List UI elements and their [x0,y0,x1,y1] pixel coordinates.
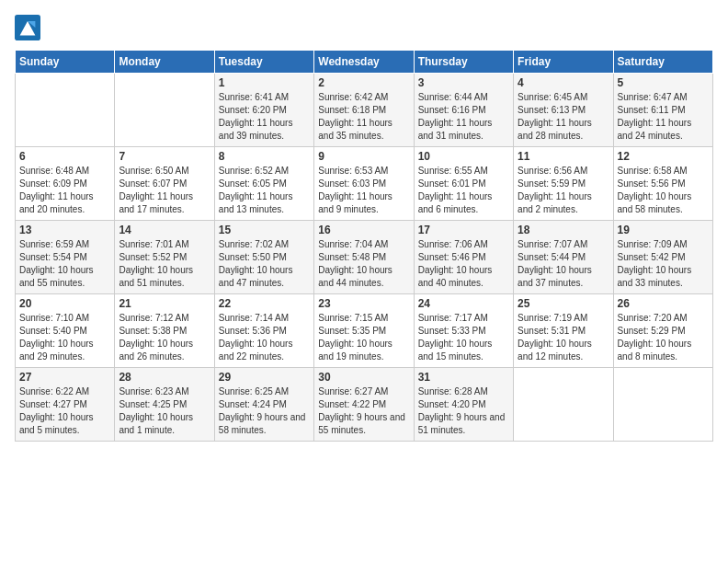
calendar-cell [115,74,214,147]
day-number: 1 [219,76,310,89]
day-info: Sunrise: 6:52 AM Sunset: 6:05 PM Dayligh… [219,165,310,216]
calendar-cell: 28Sunrise: 6:23 AM Sunset: 4:25 PM Dayli… [115,368,214,442]
header-row: SundayMondayTuesdayWednesdayThursdayFrid… [16,51,713,74]
day-number: 22 [219,297,310,310]
calendar-cell: 27Sunrise: 6:22 AM Sunset: 4:27 PM Dayli… [16,368,115,442]
day-info: Sunrise: 6:50 AM Sunset: 6:07 PM Dayligh… [119,165,210,216]
day-number: 27 [19,371,110,384]
day-info: Sunrise: 6:45 AM Sunset: 6:13 PM Dayligh… [518,91,609,143]
day-number: 6 [19,150,110,163]
calendar-cell: 12Sunrise: 6:58 AM Sunset: 5:56 PM Dayli… [613,147,712,221]
day-info: Sunrise: 7:17 AM Sunset: 5:33 PM Dayligh… [418,312,509,363]
day-info: Sunrise: 6:55 AM Sunset: 6:01 PM Dayligh… [418,165,509,216]
calendar-cell: 23Sunrise: 7:15 AM Sunset: 5:35 PM Dayli… [314,294,414,368]
day-number: 31 [418,371,509,384]
day-info: Sunrise: 7:06 AM Sunset: 5:46 PM Dayligh… [418,238,509,290]
week-row-2: 6Sunrise: 6:48 AM Sunset: 6:09 PM Daylig… [16,147,713,221]
day-info: Sunrise: 6:59 AM Sunset: 5:54 PM Dayligh… [19,238,110,290]
calendar-cell: 17Sunrise: 7:06 AM Sunset: 5:46 PM Dayli… [414,221,513,294]
calendar-cell: 5Sunrise: 6:47 AM Sunset: 6:11 PM Daylig… [613,74,712,147]
day-number: 26 [618,297,709,310]
calendar-cell: 20Sunrise: 7:10 AM Sunset: 5:40 PM Dayli… [16,294,115,368]
calendar-cell [514,368,613,442]
calendar-cell: 8Sunrise: 6:52 AM Sunset: 6:05 PM Daylig… [214,147,313,221]
calendar-cell [613,368,712,442]
calendar-cell: 16Sunrise: 7:04 AM Sunset: 5:48 PM Dayli… [314,221,414,294]
day-number: 9 [318,150,409,163]
day-number: 14 [119,224,210,236]
calendar-cell: 29Sunrise: 6:25 AM Sunset: 4:24 PM Dayli… [214,368,313,442]
day-number: 11 [518,150,609,163]
calendar-cell: 9Sunrise: 6:53 AM Sunset: 6:03 PM Daylig… [314,147,414,221]
calendar-cell [16,74,115,147]
calendar-cell: 7Sunrise: 6:50 AM Sunset: 6:07 PM Daylig… [115,147,214,221]
week-row-1: 1Sunrise: 6:41 AM Sunset: 6:20 PM Daylig… [16,74,713,147]
day-info: Sunrise: 7:15 AM Sunset: 5:35 PM Dayligh… [318,312,409,363]
day-info: Sunrise: 7:20 AM Sunset: 5:29 PM Dayligh… [618,312,709,363]
day-number: 2 [318,76,409,89]
calendar-cell: 18Sunrise: 7:07 AM Sunset: 5:44 PM Dayli… [514,221,613,294]
day-number: 15 [219,224,310,236]
day-number: 24 [418,297,509,310]
calendar-cell: 31Sunrise: 6:28 AM Sunset: 4:20 PM Dayli… [414,368,513,442]
calendar-cell: 25Sunrise: 7:19 AM Sunset: 5:31 PM Dayli… [514,294,613,368]
day-number: 5 [618,76,709,89]
day-info: Sunrise: 6:56 AM Sunset: 5:59 PM Dayligh… [518,165,609,216]
day-number: 8 [219,150,310,163]
day-info: Sunrise: 7:19 AM Sunset: 5:31 PM Dayligh… [518,312,609,363]
calendar-cell: 10Sunrise: 6:55 AM Sunset: 6:01 PM Dayli… [414,147,513,221]
header-day-thursday: Thursday [414,51,513,74]
page-header [15,15,713,40]
day-number: 12 [618,150,709,163]
day-info: Sunrise: 7:09 AM Sunset: 5:42 PM Dayligh… [618,238,709,290]
day-number: 16 [318,224,409,236]
day-info: Sunrise: 7:02 AM Sunset: 5:50 PM Dayligh… [219,238,310,290]
week-row-3: 13Sunrise: 6:59 AM Sunset: 5:54 PM Dayli… [16,221,713,294]
calendar-cell: 2Sunrise: 6:42 AM Sunset: 6:18 PM Daylig… [314,74,414,147]
day-info: Sunrise: 6:53 AM Sunset: 6:03 PM Dayligh… [318,165,409,216]
calendar-cell: 4Sunrise: 6:45 AM Sunset: 6:13 PM Daylig… [514,74,613,147]
logo-icon [15,15,40,40]
day-info: Sunrise: 6:28 AM Sunset: 4:20 PM Dayligh… [418,385,509,437]
day-info: Sunrise: 7:12 AM Sunset: 5:38 PM Dayligh… [119,312,210,363]
header-day-tuesday: Tuesday [214,51,313,74]
week-row-5: 27Sunrise: 6:22 AM Sunset: 4:27 PM Dayli… [16,368,713,442]
day-number: 21 [119,297,210,310]
day-info: Sunrise: 7:10 AM Sunset: 5:40 PM Dayligh… [19,312,110,363]
week-row-4: 20Sunrise: 7:10 AM Sunset: 5:40 PM Dayli… [16,294,713,368]
day-info: Sunrise: 6:25 AM Sunset: 4:24 PM Dayligh… [219,385,310,437]
day-info: Sunrise: 6:44 AM Sunset: 6:16 PM Dayligh… [418,91,509,143]
day-info: Sunrise: 6:42 AM Sunset: 6:18 PM Dayligh… [318,91,409,143]
day-info: Sunrise: 7:07 AM Sunset: 5:44 PM Dayligh… [518,238,609,290]
day-number: 20 [19,297,110,310]
day-number: 18 [518,224,609,236]
day-info: Sunrise: 6:41 AM Sunset: 6:20 PM Dayligh… [219,91,310,143]
day-number: 30 [318,371,409,384]
day-number: 13 [19,224,110,236]
header-day-friday: Friday [514,51,613,74]
calendar-cell: 14Sunrise: 7:01 AM Sunset: 5:52 PM Dayli… [115,221,214,294]
calendar-cell: 13Sunrise: 6:59 AM Sunset: 5:54 PM Dayli… [16,221,115,294]
day-number: 17 [418,224,509,236]
day-number: 23 [318,297,409,310]
day-number: 7 [119,150,210,163]
day-number: 4 [518,76,609,89]
calendar-cell: 1Sunrise: 6:41 AM Sunset: 6:20 PM Daylig… [214,74,313,147]
day-info: Sunrise: 6:47 AM Sunset: 6:11 PM Dayligh… [618,91,709,143]
day-info: Sunrise: 6:22 AM Sunset: 4:27 PM Dayligh… [19,385,110,437]
day-info: Sunrise: 6:48 AM Sunset: 6:09 PM Dayligh… [19,165,110,216]
header-day-sunday: Sunday [16,51,115,74]
day-number: 28 [119,371,210,384]
day-info: Sunrise: 6:58 AM Sunset: 5:56 PM Dayligh… [618,165,709,216]
calendar-cell: 26Sunrise: 7:20 AM Sunset: 5:29 PM Dayli… [613,294,712,368]
header-day-monday: Monday [115,51,214,74]
day-number: 19 [618,224,709,236]
day-info: Sunrise: 7:01 AM Sunset: 5:52 PM Dayligh… [119,238,210,290]
calendar-cell: 30Sunrise: 6:27 AM Sunset: 4:22 PM Dayli… [314,368,414,442]
calendar-cell: 21Sunrise: 7:12 AM Sunset: 5:38 PM Dayli… [115,294,214,368]
calendar-cell: 11Sunrise: 6:56 AM Sunset: 5:59 PM Dayli… [514,147,613,221]
header-day-saturday: Saturday [613,51,712,74]
calendar-cell: 24Sunrise: 7:17 AM Sunset: 5:33 PM Dayli… [414,294,513,368]
day-info: Sunrise: 6:27 AM Sunset: 4:22 PM Dayligh… [318,385,409,437]
calendar-body: 1Sunrise: 6:41 AM Sunset: 6:20 PM Daylig… [16,74,713,442]
